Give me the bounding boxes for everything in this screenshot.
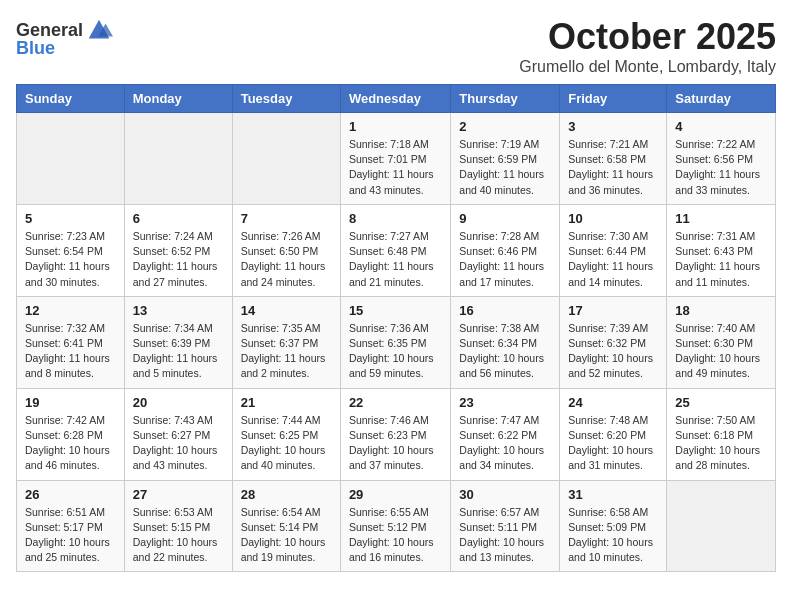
day-number: 24 (568, 395, 658, 410)
day-cell: 10Sunrise: 7:30 AM Sunset: 6:44 PM Dayli… (560, 204, 667, 296)
day-number: 26 (25, 487, 116, 502)
day-cell: 6Sunrise: 7:24 AM Sunset: 6:52 PM Daylig… (124, 204, 232, 296)
day-cell: 30Sunrise: 6:57 AM Sunset: 5:11 PM Dayli… (451, 480, 560, 572)
day-cell: 1Sunrise: 7:18 AM Sunset: 7:01 PM Daylig… (340, 113, 450, 205)
day-info: Sunrise: 7:21 AM Sunset: 6:58 PM Dayligh… (568, 137, 658, 198)
page-header: General Blue October 2025 Grumello del M… (16, 16, 776, 76)
day-info: Sunrise: 7:24 AM Sunset: 6:52 PM Dayligh… (133, 229, 224, 290)
calendar-table: SundayMondayTuesdayWednesdayThursdayFrid… (16, 84, 776, 572)
day-info: Sunrise: 7:18 AM Sunset: 7:01 PM Dayligh… (349, 137, 442, 198)
day-info: Sunrise: 6:53 AM Sunset: 5:15 PM Dayligh… (133, 505, 224, 566)
day-number: 18 (675, 303, 767, 318)
day-cell: 9Sunrise: 7:28 AM Sunset: 6:46 PM Daylig… (451, 204, 560, 296)
day-number: 23 (459, 395, 551, 410)
day-cell: 18Sunrise: 7:40 AM Sunset: 6:30 PM Dayli… (667, 296, 776, 388)
day-info: Sunrise: 7:39 AM Sunset: 6:32 PM Dayligh… (568, 321, 658, 382)
day-cell: 26Sunrise: 6:51 AM Sunset: 5:17 PM Dayli… (17, 480, 125, 572)
col-header-saturday: Saturday (667, 85, 776, 113)
week-row-2: 5Sunrise: 7:23 AM Sunset: 6:54 PM Daylig… (17, 204, 776, 296)
logo-blue: Blue (16, 38, 55, 59)
day-cell: 24Sunrise: 7:48 AM Sunset: 6:20 PM Dayli… (560, 388, 667, 480)
day-cell (124, 113, 232, 205)
col-header-friday: Friday (560, 85, 667, 113)
month-title: October 2025 (519, 16, 776, 58)
day-info: Sunrise: 7:40 AM Sunset: 6:30 PM Dayligh… (675, 321, 767, 382)
day-number: 13 (133, 303, 224, 318)
col-header-sunday: Sunday (17, 85, 125, 113)
day-cell (667, 480, 776, 572)
day-info: Sunrise: 7:23 AM Sunset: 6:54 PM Dayligh… (25, 229, 116, 290)
day-number: 3 (568, 119, 658, 134)
col-header-monday: Monday (124, 85, 232, 113)
day-number: 25 (675, 395, 767, 410)
calendar-header-row: SundayMondayTuesdayWednesdayThursdayFrid… (17, 85, 776, 113)
day-number: 28 (241, 487, 332, 502)
day-info: Sunrise: 7:43 AM Sunset: 6:27 PM Dayligh… (133, 413, 224, 474)
day-cell: 29Sunrise: 6:55 AM Sunset: 5:12 PM Dayli… (340, 480, 450, 572)
week-row-5: 26Sunrise: 6:51 AM Sunset: 5:17 PM Dayli… (17, 480, 776, 572)
day-number: 22 (349, 395, 442, 410)
day-number: 6 (133, 211, 224, 226)
day-cell: 16Sunrise: 7:38 AM Sunset: 6:34 PM Dayli… (451, 296, 560, 388)
day-info: Sunrise: 7:42 AM Sunset: 6:28 PM Dayligh… (25, 413, 116, 474)
day-info: Sunrise: 7:48 AM Sunset: 6:20 PM Dayligh… (568, 413, 658, 474)
day-info: Sunrise: 7:38 AM Sunset: 6:34 PM Dayligh… (459, 321, 551, 382)
day-info: Sunrise: 7:46 AM Sunset: 6:23 PM Dayligh… (349, 413, 442, 474)
day-info: Sunrise: 7:31 AM Sunset: 6:43 PM Dayligh… (675, 229, 767, 290)
day-number: 16 (459, 303, 551, 318)
day-number: 15 (349, 303, 442, 318)
day-cell: 3Sunrise: 7:21 AM Sunset: 6:58 PM Daylig… (560, 113, 667, 205)
day-info: Sunrise: 7:34 AM Sunset: 6:39 PM Dayligh… (133, 321, 224, 382)
day-info: Sunrise: 7:30 AM Sunset: 6:44 PM Dayligh… (568, 229, 658, 290)
day-number: 1 (349, 119, 442, 134)
day-cell: 15Sunrise: 7:36 AM Sunset: 6:35 PM Dayli… (340, 296, 450, 388)
day-info: Sunrise: 7:22 AM Sunset: 6:56 PM Dayligh… (675, 137, 767, 198)
day-cell: 23Sunrise: 7:47 AM Sunset: 6:22 PM Dayli… (451, 388, 560, 480)
title-section: October 2025 Grumello del Monte, Lombard… (519, 16, 776, 76)
day-info: Sunrise: 7:44 AM Sunset: 6:25 PM Dayligh… (241, 413, 332, 474)
week-row-3: 12Sunrise: 7:32 AM Sunset: 6:41 PM Dayli… (17, 296, 776, 388)
day-number: 29 (349, 487, 442, 502)
day-number: 7 (241, 211, 332, 226)
day-cell: 27Sunrise: 6:53 AM Sunset: 5:15 PM Dayli… (124, 480, 232, 572)
day-cell: 14Sunrise: 7:35 AM Sunset: 6:37 PM Dayli… (232, 296, 340, 388)
day-number: 19 (25, 395, 116, 410)
day-info: Sunrise: 7:50 AM Sunset: 6:18 PM Dayligh… (675, 413, 767, 474)
day-cell: 21Sunrise: 7:44 AM Sunset: 6:25 PM Dayli… (232, 388, 340, 480)
day-cell: 20Sunrise: 7:43 AM Sunset: 6:27 PM Dayli… (124, 388, 232, 480)
day-number: 31 (568, 487, 658, 502)
day-info: Sunrise: 6:54 AM Sunset: 5:14 PM Dayligh… (241, 505, 332, 566)
day-info: Sunrise: 7:19 AM Sunset: 6:59 PM Dayligh… (459, 137, 551, 198)
day-number: 10 (568, 211, 658, 226)
week-row-1: 1Sunrise: 7:18 AM Sunset: 7:01 PM Daylig… (17, 113, 776, 205)
logo-icon (85, 16, 113, 44)
day-number: 12 (25, 303, 116, 318)
day-number: 9 (459, 211, 551, 226)
day-info: Sunrise: 6:58 AM Sunset: 5:09 PM Dayligh… (568, 505, 658, 566)
day-cell: 28Sunrise: 6:54 AM Sunset: 5:14 PM Dayli… (232, 480, 340, 572)
day-number: 17 (568, 303, 658, 318)
col-header-thursday: Thursday (451, 85, 560, 113)
col-header-wednesday: Wednesday (340, 85, 450, 113)
day-number: 11 (675, 211, 767, 226)
day-cell: 4Sunrise: 7:22 AM Sunset: 6:56 PM Daylig… (667, 113, 776, 205)
location-title: Grumello del Monte, Lombardy, Italy (519, 58, 776, 76)
day-cell: 12Sunrise: 7:32 AM Sunset: 6:41 PM Dayli… (17, 296, 125, 388)
day-number: 8 (349, 211, 442, 226)
day-info: Sunrise: 7:47 AM Sunset: 6:22 PM Dayligh… (459, 413, 551, 474)
day-number: 27 (133, 487, 224, 502)
day-cell: 7Sunrise: 7:26 AM Sunset: 6:50 PM Daylig… (232, 204, 340, 296)
day-cell: 31Sunrise: 6:58 AM Sunset: 5:09 PM Dayli… (560, 480, 667, 572)
col-header-tuesday: Tuesday (232, 85, 340, 113)
day-info: Sunrise: 7:32 AM Sunset: 6:41 PM Dayligh… (25, 321, 116, 382)
day-info: Sunrise: 7:35 AM Sunset: 6:37 PM Dayligh… (241, 321, 332, 382)
day-cell (17, 113, 125, 205)
day-info: Sunrise: 7:28 AM Sunset: 6:46 PM Dayligh… (459, 229, 551, 290)
day-cell: 8Sunrise: 7:27 AM Sunset: 6:48 PM Daylig… (340, 204, 450, 296)
day-number: 21 (241, 395, 332, 410)
day-cell: 13Sunrise: 7:34 AM Sunset: 6:39 PM Dayli… (124, 296, 232, 388)
day-info: Sunrise: 7:26 AM Sunset: 6:50 PM Dayligh… (241, 229, 332, 290)
day-info: Sunrise: 6:51 AM Sunset: 5:17 PM Dayligh… (25, 505, 116, 566)
day-info: Sunrise: 7:36 AM Sunset: 6:35 PM Dayligh… (349, 321, 442, 382)
week-row-4: 19Sunrise: 7:42 AM Sunset: 6:28 PM Dayli… (17, 388, 776, 480)
